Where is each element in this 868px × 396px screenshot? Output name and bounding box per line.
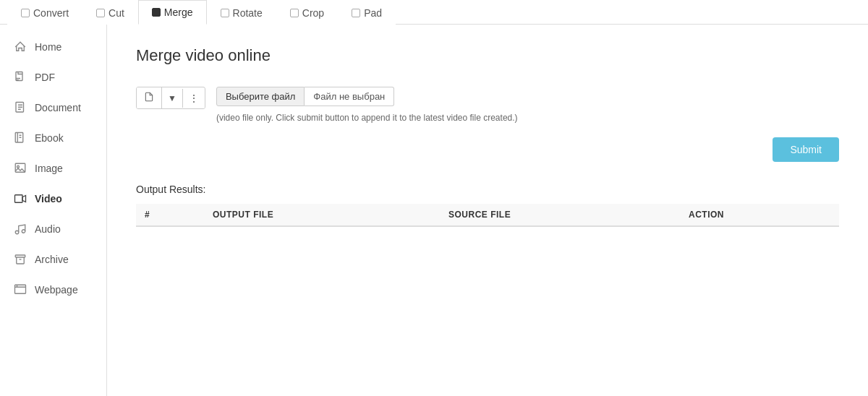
choose-file-button[interactable]: Выберите файл [216,87,305,106]
convert-tab-icon [21,9,30,17]
cut-tab-icon [96,9,105,17]
tab-convert-label: Convert [33,7,69,19]
tab-rotate[interactable]: Rotate [207,0,276,25]
video-icon [13,191,27,206]
upload-area: ▼ ⋮ Выберите файл Файл не выбран (video … [136,87,839,123]
sidebar-ebook-label: Ebook [35,132,64,144]
archive-icon [13,252,27,267]
sidebar-item-document[interactable]: Document [0,92,106,123]
tab-merge-label: Merge [164,7,193,18]
tab-cut[interactable]: Cut [82,0,138,25]
pdf-icon [13,70,27,85]
sidebar-item-webpage[interactable]: Webpage [0,275,106,305]
file-name-display: Файл не выбран [305,87,394,106]
audio-icon [13,222,27,236]
file-action-main-button[interactable] [137,87,162,108]
sidebar-document-label: Document [35,102,81,113]
tab-cut-label: Cut [109,7,124,19]
svg-rect-8 [15,255,25,257]
top-tabs-bar: Convert Cut Merge Rotate Crop Pad [0,0,868,25]
tab-merge[interactable]: Merge [138,0,207,25]
content-area: Merge video online ▼ ⋮ Выберите файл Фай… [107,25,868,396]
file-action-dropdown-button[interactable]: ▼ [162,89,183,108]
col-source-file: SOURCE FILE [440,204,680,226]
col-output-file: OUTPUT FILE [204,204,440,226]
webpage-icon [13,283,27,297]
rotate-tab-icon [221,9,229,17]
output-results-section: Output Results: # OUTPUT FILE SOURCE FIL… [136,184,839,227]
sidebar-item-pdf[interactable]: PDF [0,62,106,92]
svg-point-7 [22,230,25,233]
sidebar-video-label: Video [35,193,62,205]
sidebar: Home PDF Document Ebook [0,25,107,396]
svg-rect-9 [15,285,26,293]
tab-pad-label: Pad [364,7,382,19]
svg-point-4 [17,165,20,168]
results-table: # OUTPUT FILE SOURCE FILE ACTION [136,204,839,227]
sidebar-webpage-label: Webpage [35,284,78,296]
submit-row: Submit [136,137,839,162]
merge-tab-icon [152,8,161,17]
col-hash: # [136,204,204,226]
image-icon [13,161,27,176]
home-icon [13,40,27,54]
results-header-row: # OUTPUT FILE SOURCE FILE ACTION [136,204,839,226]
sidebar-pdf-label: PDF [35,72,55,83]
tab-rotate-label: Rotate [233,7,263,19]
sidebar-item-ebook[interactable]: Ebook [0,123,106,153]
submit-button[interactable]: Submit [773,137,839,162]
sidebar-image-label: Image [35,163,63,174]
tab-crop[interactable]: Crop [276,0,338,25]
sidebar-item-audio[interactable]: Audio [0,214,106,244]
svg-rect-0 [16,72,22,81]
file-upload-info: Выберите файл Файл не выбран (video file… [216,87,518,123]
page-title: Merge video online [136,46,839,65]
sidebar-home-label: Home [35,41,61,53]
svg-point-6 [15,231,19,234]
tab-crop-label: Crop [302,7,324,19]
sidebar-audio-label: Audio [35,223,61,235]
document-icon [13,100,27,115]
main-layout: Home PDF Document Ebook [0,25,868,396]
tab-pad[interactable]: Pad [338,0,396,25]
crop-tab-icon [290,9,299,17]
sidebar-item-video[interactable]: Video [0,184,106,214]
tab-convert[interactable]: Convert [7,0,82,25]
file-input-wrapper: Выберите файл Файл не выбран [216,87,518,106]
pad-tab-icon [352,9,360,17]
file-hint: (video file only. Click submit button to… [216,113,518,123]
col-action: ACTION [680,204,839,226]
ebook-icon [13,131,27,145]
sidebar-item-image[interactable]: Image [0,153,106,184]
sidebar-item-archive[interactable]: Archive [0,244,106,275]
file-action-buttons: ▼ ⋮ [136,87,205,109]
results-table-head: # OUTPUT FILE SOURCE FILE ACTION [136,204,839,226]
output-results-label: Output Results: [136,184,839,195]
sidebar-item-home[interactable]: Home [0,32,106,62]
sidebar-archive-label: Archive [35,254,69,265]
svg-rect-5 [15,195,23,203]
file-action-dots-button[interactable]: ⋮ [183,88,205,108]
